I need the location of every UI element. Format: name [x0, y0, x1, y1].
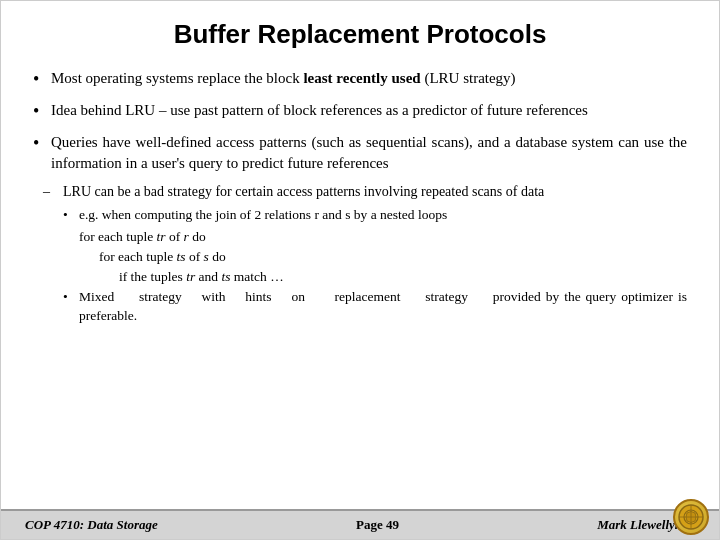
- logo-svg: [677, 503, 705, 531]
- sub-bullet-text-mixed: Mixed strategy with hints on replacement…: [79, 288, 687, 326]
- dash-prefix: –: [43, 182, 63, 202]
- footer-center: Page 49: [356, 517, 399, 533]
- code-ts2: ts: [221, 269, 230, 284]
- slide-content: • Most operating systems replace the blo…: [1, 60, 719, 509]
- dash-item: – LRU can be a bad strategy for certain …: [43, 182, 687, 202]
- code-line-1: for each tuple tr of r do: [79, 227, 687, 247]
- bullet-text-2: Idea behind LRU – use past pattern of bl…: [51, 100, 687, 121]
- code-ts: ts: [177, 249, 186, 264]
- bullet-text-1: Most operating systems replace the block…: [51, 68, 687, 89]
- bullet-dot-2: •: [33, 99, 51, 124]
- sub-bullets: • e.g. when computing the join of 2 rela…: [63, 206, 687, 325]
- footer-left: COP 4710: Data Storage: [25, 517, 158, 533]
- code-s: s: [204, 249, 209, 264]
- sub-bullet-dot-2: •: [63, 288, 79, 307]
- code-line-2: for each tuple ts of s do: [99, 247, 687, 267]
- bullet-item-2: • Idea behind LRU – use past pattern of …: [33, 100, 687, 124]
- footer-logo: [673, 499, 711, 537]
- bullet-item-3: • Queries have well-defined access patte…: [33, 132, 687, 174]
- sub-section: – LRU can be a bad strategy for certain …: [43, 182, 687, 325]
- slide-title: Buffer Replacement Protocols: [174, 19, 547, 49]
- bullet-item-1: • Most operating systems replace the blo…: [33, 68, 687, 92]
- lru-bold: least recently used: [303, 70, 420, 86]
- logo-circle: [673, 499, 709, 535]
- slide: Buffer Replacement Protocols • Most oper…: [0, 0, 720, 540]
- code-line-3: if the tuples tr and ts match …: [119, 267, 687, 287]
- sub-bullet-dot-1: •: [63, 206, 79, 225]
- slide-header: Buffer Replacement Protocols: [1, 1, 719, 60]
- code-r: r: [184, 229, 189, 244]
- dash-text: LRU can be a bad strategy for certain ac…: [63, 182, 687, 202]
- bullet-dot-3: •: [33, 131, 51, 156]
- code-tr: tr: [157, 229, 166, 244]
- slide-footer: COP 4710: Data Storage Page 49 Mark Llew…: [1, 509, 719, 539]
- bullet-list: • Most operating systems replace the blo…: [33, 68, 687, 174]
- sub-bullet-text-eg: e.g. when computing the join of 2 relati…: [79, 206, 687, 225]
- sub-bullet-mixed: • Mixed strategy with hints on replaceme…: [63, 288, 687, 326]
- sub-bullet-eg: • e.g. when computing the join of 2 rela…: [63, 206, 687, 225]
- bullet-dot-1: •: [33, 67, 51, 92]
- code-block: for each tuple tr of r do for each tuple…: [79, 227, 687, 288]
- code-tr2: tr: [186, 269, 195, 284]
- bullet-text-3: Queries have well-defined access pattern…: [51, 132, 687, 174]
